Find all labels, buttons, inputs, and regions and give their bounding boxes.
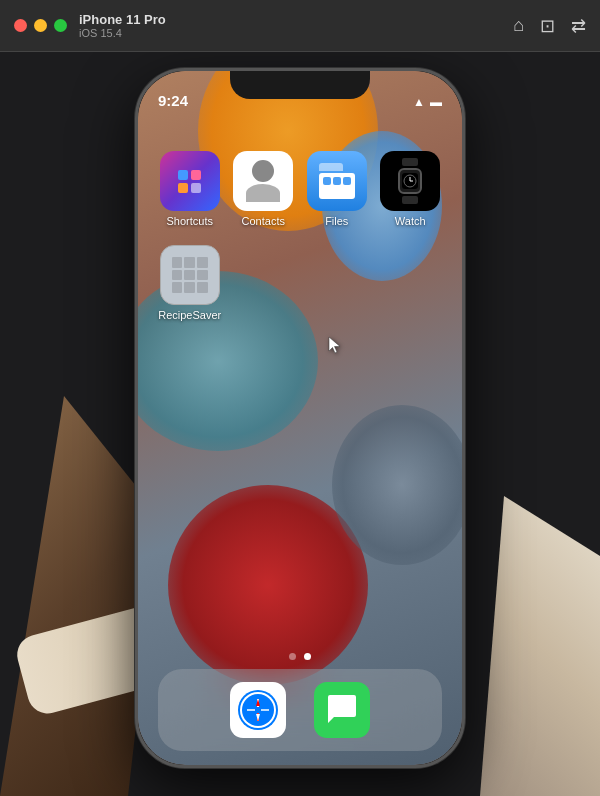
watch-face [398,168,422,194]
safari-icon[interactable] [230,682,286,738]
recipesaver-icon[interactable] [160,245,220,305]
messages-icon[interactable] [314,682,370,738]
shortcuts-label: Shortcuts [167,215,213,227]
page-dots [138,653,462,660]
app-watch[interactable]: Watch [379,151,443,227]
traffic-light-green[interactable] [54,19,67,32]
titlebar-actions: ⌂ ⊡ ⇄ [513,15,586,37]
app-grid: Shortcuts Contacts [158,151,442,321]
home-icon[interactable]: ⌂ [513,15,524,36]
files-icon[interactable] [307,151,367,211]
status-icons: ▲ ▬ [413,95,442,109]
contacts-icon[interactable] [233,151,293,211]
titlebar: iPhone 11 Pro iOS 15.4 ⌂ ⊡ ⇄ [0,0,600,52]
bg-arm-right [480,496,600,796]
files-label: Files [325,215,348,227]
rotate-icon[interactable]: ⇄ [571,15,586,37]
svg-point-5 [242,694,274,726]
traffic-light-yellow[interactable] [34,19,47,32]
power-button[interactable] [463,236,465,316]
app-files[interactable]: Files [305,151,369,227]
wifi-icon: ▲ [413,95,425,109]
contacts-label: Contacts [242,215,285,227]
iphone-wrapper: 9:24 ▲ ▬ [135,68,465,768]
app-contacts[interactable]: Contacts [232,151,296,227]
volume-down-button[interactable] [135,296,137,356]
ios-version: iOS 15.4 [79,27,513,39]
mute-switch[interactable] [135,171,137,206]
traffic-light-red[interactable] [14,19,27,32]
watch-label: Watch [395,215,426,227]
app-recipesaver[interactable]: RecipeSaver [158,245,222,321]
dock [158,669,442,751]
screenshot-icon[interactable]: ⊡ [540,15,555,37]
dock-app-safari[interactable] [230,682,286,738]
battery-icon: ▬ [430,95,442,109]
page-dot-2[interactable] [304,653,311,660]
app-shortcuts[interactable]: Shortcuts [158,151,222,227]
volume-up-button[interactable] [135,221,137,281]
shortcuts-icon[interactable] [160,151,220,211]
watch-strap-bottom [402,196,418,204]
device-name: iPhone 11 Pro [79,12,513,27]
recipesaver-label: RecipeSaver [158,309,221,321]
watch-icon[interactable] [380,151,440,211]
device-info: iPhone 11 Pro iOS 15.4 [79,12,513,39]
page-dot-1[interactable] [289,653,296,660]
dock-app-messages[interactable] [314,682,370,738]
notch [230,71,370,99]
iphone-frame: 9:24 ▲ ▬ [135,68,465,768]
watch-strap-top [402,158,418,166]
traffic-lights [14,19,67,32]
screen: 9:24 ▲ ▬ [138,71,462,765]
